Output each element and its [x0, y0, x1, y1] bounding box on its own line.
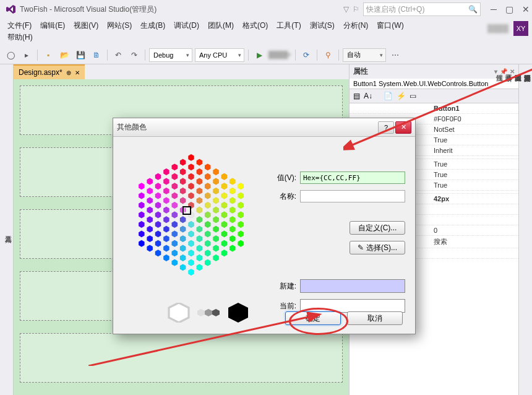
quick-launch-placeholder: 快速启动 (Ctrl+Q) — [366, 4, 424, 15]
categorized-icon[interactable]: ▤ — [353, 92, 360, 100]
svg-marker-59 — [188, 173, 194, 180]
menu-build[interactable]: 生成(B) — [137, 19, 169, 32]
menu-format[interactable]: 格式(O) — [239, 19, 272, 32]
user-badge[interactable]: XY — [513, 21, 528, 36]
svg-marker-45 — [180, 159, 186, 166]
svg-marker-64 — [188, 221, 194, 228]
feedback-icon[interactable]: ⚐ — [353, 5, 359, 14]
svg-marker-68 — [188, 259, 194, 266]
value-input[interactable] — [300, 171, 405, 184]
svg-marker-119 — [230, 245, 235, 252]
menu-team[interactable]: 团队(M) — [204, 19, 238, 32]
svg-marker-20 — [155, 221, 161, 228]
svg-marker-127 — [169, 303, 189, 323]
alphabetical-icon[interactable]: A↓ — [364, 92, 372, 100]
swatch-white[interactable] — [168, 303, 190, 323]
save-button[interactable]: 💾 — [74, 48, 87, 62]
svg-marker-2 — [139, 202, 144, 209]
save-all-button[interactable]: 🗎 — [90, 48, 103, 62]
dialog-close-button[interactable]: ✕ — [395, 121, 411, 134]
auto-combo[interactable]: 自动 — [343, 48, 386, 62]
svg-marker-54 — [180, 245, 186, 252]
svg-marker-77 — [197, 226, 202, 233]
swatch-black[interactable] — [227, 303, 249, 323]
hex-color-picker[interactable] — [123, 153, 259, 277]
menu-help[interactable]: 帮助(H) — [4, 32, 36, 43]
events-icon[interactable]: ⚡ — [397, 92, 406, 100]
svg-marker-118 — [230, 235, 235, 242]
menu-test[interactable]: 测试(S) — [306, 19, 338, 32]
menu-analyze[interactable]: 分析(N) — [340, 19, 372, 32]
svg-marker-42 — [172, 240, 178, 247]
svg-marker-24 — [163, 168, 169, 175]
property-row[interactable]: Button1 — [350, 103, 518, 114]
svg-marker-97 — [213, 207, 218, 214]
svg-marker-99 — [213, 226, 218, 233]
close-icon[interactable]: ✕ — [75, 69, 80, 76]
dialog-help-button[interactable]: ? — [378, 121, 394, 134]
properties-icon[interactable]: 📄 — [384, 92, 393, 100]
find-button[interactable]: ⚲ — [321, 48, 335, 62]
menu-tools[interactable]: 工具(T) — [273, 19, 304, 32]
menu-file[interactable]: 文件(F) — [4, 19, 35, 32]
svg-marker-58 — [188, 163, 194, 170]
name-input[interactable] — [300, 190, 405, 202]
swatch-gray[interactable] — [197, 303, 220, 323]
nav-fwd-button[interactable]: ▸ — [20, 48, 33, 62]
close-button[interactable]: ✕ — [522, 4, 530, 14]
custom-button[interactable]: 自定义(C)... — [350, 221, 405, 235]
dialog-titlebar[interactable]: 其他颜色 ? ✕ — [113, 118, 415, 137]
svg-marker-117 — [230, 226, 235, 233]
name-label: 名称: — [265, 191, 296, 202]
menu-view[interactable]: 视图(V) — [70, 19, 102, 32]
pin-icon[interactable]: ⊕ — [66, 69, 71, 76]
menu-website[interactable]: 网站(S) — [103, 19, 135, 32]
open-button[interactable]: 📂 — [58, 48, 71, 62]
new-button[interactable]: ▪ — [41, 48, 55, 62]
select-button[interactable]: ✎选择(S)... — [350, 241, 405, 254]
config-combo[interactable]: Debug — [149, 48, 192, 62]
user-name[interactable]: ████ — [487, 24, 508, 33]
rail-properties[interactable]: 属性 — [495, 67, 504, 395]
svg-marker-25 — [163, 178, 169, 185]
redo-button[interactable]: ↷ — [127, 48, 141, 62]
quick-launch-input[interactable]: 快速启动 (Ctrl+Q) 🔍 — [363, 2, 481, 16]
menu-window[interactable]: 窗口(W) — [373, 19, 407, 32]
doc-tab-design[interactable]: Design.aspx* ⊕ ✕ — [14, 64, 85, 79]
properties-object[interactable]: Button1 System.Web.UI.WebControls.Button — [350, 79, 518, 89]
svg-marker-11 — [147, 216, 152, 223]
svg-marker-7 — [147, 178, 152, 185]
svg-marker-85 — [205, 193, 210, 199]
ok-button[interactable]: 确定 — [285, 311, 341, 325]
maximize-button[interactable]: ▢ — [505, 4, 513, 14]
svg-marker-120 — [238, 183, 243, 189]
notification-icon[interactable]: ▽ — [343, 5, 349, 14]
menu-edit[interactable]: 编辑(E) — [36, 19, 69, 32]
svg-marker-122 — [238, 202, 243, 209]
svg-marker-39 — [172, 212, 178, 219]
svg-marker-61 — [188, 193, 194, 199]
dialog-title: 其他颜色 — [117, 122, 147, 132]
start-button[interactable]: ▶ — [252, 48, 266, 62]
svg-marker-112 — [230, 178, 235, 185]
svg-marker-96 — [213, 197, 218, 204]
svg-marker-1 — [139, 193, 144, 199]
nav-back-button[interactable]: ◯ — [4, 48, 17, 62]
browser-link-button[interactable]: ⟳ — [299, 48, 313, 62]
toolbar-overflow[interactable]: ⋯ — [388, 48, 402, 62]
svg-marker-84 — [205, 183, 210, 189]
rail-solution-explorer[interactable]: 解决方案资源管理器 — [523, 67, 532, 395]
prop-pages-icon[interactable]: ▭ — [410, 92, 416, 100]
svg-marker-56 — [180, 264, 186, 271]
rail-team-explorer[interactable]: 团队资源管理器 — [513, 67, 523, 395]
undo-button[interactable]: ↶ — [111, 48, 125, 62]
cancel-button[interactable]: 取消 — [347, 311, 403, 325]
platform-combo[interactable]: Any CPU — [195, 48, 244, 62]
svg-marker-98 — [213, 216, 218, 223]
minimize-button[interactable]: ─ — [491, 4, 497, 14]
rail-diagnostics[interactable]: 诊断工具 — [504, 67, 513, 395]
design-row[interactable] — [20, 333, 343, 383]
start-target[interactable]: ████▾ — [268, 51, 291, 59]
toolbox-rail[interactable]: 工具箱 — [0, 64, 14, 395]
menu-debug[interactable]: 调试(D) — [170, 19, 203, 32]
